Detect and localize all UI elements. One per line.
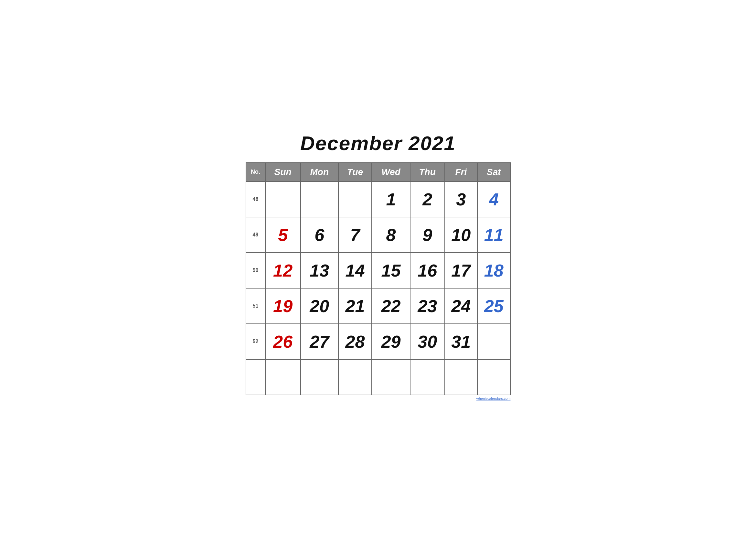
watermark: wheniscalendars.com <box>246 397 511 401</box>
day-cell <box>301 182 338 217</box>
day-cell: 25 <box>477 288 510 324</box>
day-cell: 17 <box>445 253 477 288</box>
day-cell: 26 <box>265 324 301 359</box>
table-row: 52262728293031 <box>246 324 510 359</box>
day-cell: 19 <box>265 288 301 324</box>
day-cell: 2 <box>410 182 445 217</box>
day-cell: 4 <box>477 182 510 217</box>
calendar-body: 4812344956789101150121314151617185119202… <box>246 182 510 395</box>
week-number <box>246 359 265 395</box>
week-number: 51 <box>246 288 265 324</box>
day-cell: 23 <box>410 288 445 324</box>
day-cell: 21 <box>338 288 372 324</box>
day-cell <box>265 359 301 395</box>
day-cell: 5 <box>265 217 301 253</box>
table-row <box>246 359 510 395</box>
table-row: 5012131415161718 <box>246 253 510 288</box>
week-number: 48 <box>246 182 265 217</box>
col-header-sat: Sat <box>477 163 510 182</box>
table-row: 49567891011 <box>246 217 510 253</box>
col-header-no: No. <box>246 163 265 182</box>
day-cell: 12 <box>265 253 301 288</box>
day-cell <box>338 182 372 217</box>
day-cell: 16 <box>410 253 445 288</box>
day-cell <box>445 359 477 395</box>
col-header-thu: Thu <box>410 163 445 182</box>
day-cell: 30 <box>410 324 445 359</box>
day-cell <box>338 359 372 395</box>
day-cell: 28 <box>338 324 372 359</box>
table-row: 481234 <box>246 182 510 217</box>
calendar-table: No. Sun Mon Tue Wed Thu Fri Sat 48123449… <box>246 162 511 395</box>
day-cell: 18 <box>477 253 510 288</box>
day-cell: 10 <box>445 217 477 253</box>
day-cell: 20 <box>301 288 338 324</box>
day-cell <box>477 324 510 359</box>
day-cell <box>301 359 338 395</box>
week-number: 49 <box>246 217 265 253</box>
day-cell: 11 <box>477 217 510 253</box>
day-cell: 27 <box>301 324 338 359</box>
day-cell: 22 <box>372 288 410 324</box>
col-header-sun: Sun <box>265 163 301 182</box>
week-number: 50 <box>246 253 265 288</box>
day-cell: 1 <box>372 182 410 217</box>
col-header-tue: Tue <box>338 163 372 182</box>
day-cell: 13 <box>301 253 338 288</box>
day-cell: 14 <box>338 253 372 288</box>
day-cell <box>372 359 410 395</box>
week-number: 52 <box>246 324 265 359</box>
day-cell: 7 <box>338 217 372 253</box>
day-cell: 3 <box>445 182 477 217</box>
day-cell <box>477 359 510 395</box>
day-cell: 29 <box>372 324 410 359</box>
day-cell: 15 <box>372 253 410 288</box>
col-header-fri: Fri <box>445 163 477 182</box>
day-cell: 6 <box>301 217 338 253</box>
calendar-container: December 2021 No. Sun Mon Tue Wed Thu Fr… <box>233 122 524 413</box>
col-header-wed: Wed <box>372 163 410 182</box>
day-cell: 24 <box>445 288 477 324</box>
table-row: 5119202122232425 <box>246 288 510 324</box>
day-cell <box>265 182 301 217</box>
day-cell: 31 <box>445 324 477 359</box>
calendar-title: December 2021 <box>246 132 511 155</box>
day-cell: 9 <box>410 217 445 253</box>
col-header-mon: Mon <box>301 163 338 182</box>
header-row: No. Sun Mon Tue Wed Thu Fri Sat <box>246 163 510 182</box>
day-cell: 8 <box>372 217 410 253</box>
day-cell <box>410 359 445 395</box>
